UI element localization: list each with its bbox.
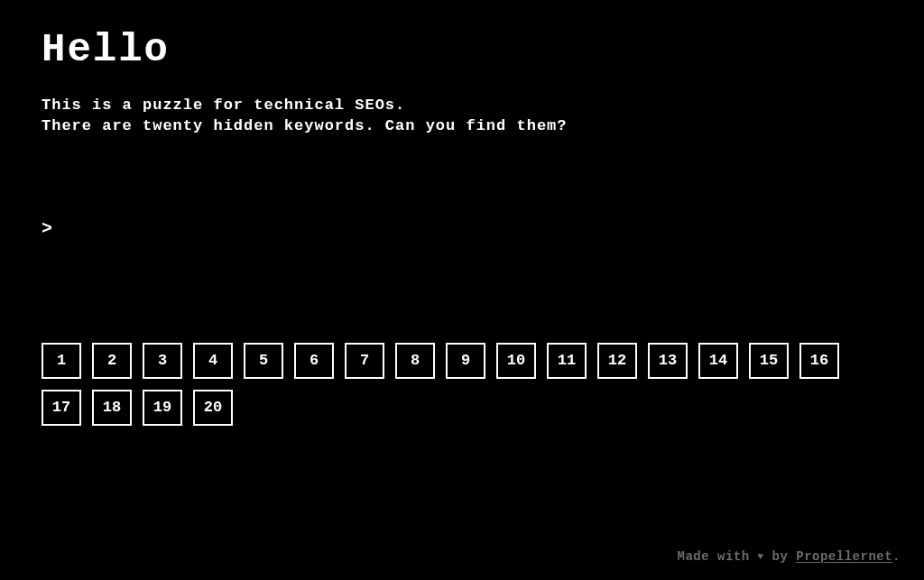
intro-line-2: There are twenty hidden keywords. Can yo… <box>42 116 882 137</box>
keyword-box-4[interactable]: 4 <box>193 343 233 379</box>
prompt-symbol: > <box>42 218 52 239</box>
keyword-box-11[interactable]: 11 <box>547 343 587 379</box>
keyword-box-1[interactable]: 1 <box>42 343 81 379</box>
keyword-box-19[interactable]: 19 <box>143 390 182 426</box>
keyword-box-9[interactable]: 9 <box>446 343 485 379</box>
keyword-box-5[interactable]: 5 <box>244 343 283 379</box>
footer-credit: Made with ♥ by Propellernet. <box>678 549 901 564</box>
keyword-box-17[interactable]: 17 <box>42 390 81 426</box>
keyword-box-2[interactable]: 2 <box>92 343 132 379</box>
keyword-box-7[interactable]: 7 <box>345 343 384 379</box>
footer-by: by <box>764 549 797 564</box>
page-title: Hello <box>42 27 882 72</box>
keyword-box-20[interactable]: 20 <box>193 390 233 426</box>
keyword-box-3[interactable]: 3 <box>143 343 182 379</box>
keyword-box-8[interactable]: 8 <box>395 343 435 379</box>
keyword-box-18[interactable]: 18 <box>92 390 132 426</box>
footer-suffix: . <box>892 549 901 564</box>
keyword-box-15[interactable]: 15 <box>749 343 789 379</box>
footer-prefix: Made with <box>678 549 758 564</box>
keyword-box-14[interactable]: 14 <box>698 343 738 379</box>
intro-line-1: This is a puzzle for technical SEOs. <box>42 96 882 116</box>
command-prompt[interactable]: > <box>42 218 882 239</box>
keyword-boxes: 1 2 3 4 5 6 7 8 9 10 11 12 13 14 15 16 1… <box>42 343 872 426</box>
command-input[interactable] <box>58 220 689 237</box>
keyword-box-16[interactable]: 16 <box>799 343 839 379</box>
keyword-box-13[interactable]: 13 <box>648 343 688 379</box>
keyword-box-12[interactable]: 12 <box>597 343 637 379</box>
keyword-box-6[interactable]: 6 <box>294 343 334 379</box>
intro-text: This is a puzzle for technical SEOs. The… <box>42 96 882 137</box>
keyword-box-10[interactable]: 10 <box>496 343 536 379</box>
heart-icon: ♥ <box>758 551 764 562</box>
footer-link[interactable]: Propellernet <box>796 549 892 564</box>
